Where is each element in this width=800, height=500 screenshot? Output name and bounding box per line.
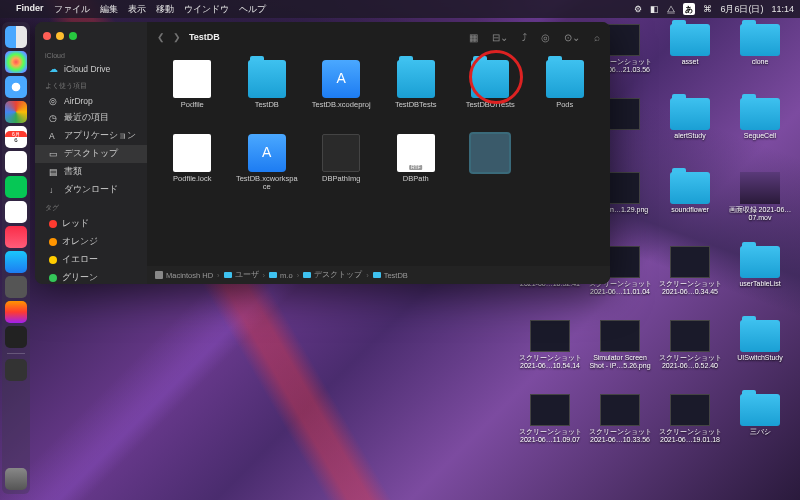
- sidebar-item-desktop[interactable]: ▭デスクトップ: [35, 145, 147, 163]
- action-button[interactable]: ⊙⌄: [564, 32, 580, 43]
- menu-edit[interactable]: 編集: [100, 3, 118, 16]
- sidebar-item-apps[interactable]: Aアプリケーション: [35, 127, 147, 145]
- dock-slack[interactable]: [5, 151, 27, 173]
- file-label: Podfile: [181, 101, 204, 109]
- dock-appstore[interactable]: [5, 251, 27, 273]
- view-icons-button[interactable]: ▦: [469, 32, 478, 43]
- dock-launchpad[interactable]: [5, 51, 27, 73]
- file-label: TestDB.xcworkspace: [236, 175, 298, 192]
- path-segment[interactable]: Macintosh HD: [155, 271, 213, 280]
- file-item[interactable]: Pods: [530, 60, 601, 130]
- desktop-item[interactable]: スクリーンショット 2021-06…0.34.45: [656, 246, 724, 318]
- file-item[interactable]: Podfile: [157, 60, 228, 130]
- desktop-item[interactable]: スクリーンショット 2021-06…0.52.40: [656, 320, 724, 392]
- file-item[interactable]: ATestDB.xcworkspace: [232, 134, 303, 204]
- minimize-button[interactable]: [56, 32, 64, 40]
- close-button[interactable]: [43, 32, 51, 40]
- desktop-item[interactable]: UISwitchStudy: [726, 320, 794, 392]
- folder-icon: [670, 24, 710, 56]
- sidebar-tag-yellow[interactable]: イエロー: [35, 251, 147, 269]
- desktop-item-label: スクリーンショット 2021-06…0.52.40: [657, 354, 723, 369]
- forward-button[interactable]: ❯: [173, 32, 181, 42]
- dock-safari[interactable]: [5, 76, 27, 98]
- menu-view[interactable]: 表示: [128, 3, 146, 16]
- file-label: TestDB.xcodeproj: [312, 101, 371, 109]
- file-item[interactable]: RTFDBPath: [381, 134, 452, 204]
- folder-icon: [224, 272, 232, 278]
- dock-preferences[interactable]: [5, 276, 27, 298]
- dock-chrome[interactable]: [5, 101, 27, 123]
- document-icon: [322, 134, 360, 172]
- sidebar-item-doc[interactable]: ▤書類: [35, 163, 147, 181]
- image-thumb-icon: [670, 394, 710, 426]
- dock-trash[interactable]: [5, 468, 27, 490]
- file-item[interactable]: [455, 134, 526, 204]
- path-segment[interactable]: デスクトップ: [303, 270, 362, 280]
- file-item[interactable]: DBPathImg: [306, 134, 377, 204]
- sidebar-tag-green[interactable]: グリーン: [35, 269, 147, 284]
- sidebar-tag-orange[interactable]: オレンジ: [35, 233, 147, 251]
- file-item[interactable]: TestDB: [232, 60, 303, 130]
- file-item[interactable]: Podfile.lock: [157, 134, 228, 204]
- folder-icon: [740, 394, 780, 426]
- app-menu: Finder ファイル 編集 表示 移動 ウインドウ ヘルプ: [16, 3, 266, 16]
- desktop-item[interactable]: スクリーンショット 2021-06…19.01.18: [656, 394, 724, 466]
- back-button[interactable]: ❮: [157, 32, 165, 42]
- menu-window[interactable]: ウインドウ: [184, 3, 229, 16]
- sidebar-item-label: AirDrop: [64, 96, 93, 106]
- menu-app-name[interactable]: Finder: [16, 3, 44, 16]
- file-item[interactable]: TestDBUITests: [455, 60, 526, 130]
- dock-line[interactable]: [5, 176, 27, 198]
- sidebar-icloud-drive[interactable]: ☁iCloud Drive: [35, 61, 147, 77]
- desktop-item[interactable]: スクリーンショット 2021-06…11.09.07: [516, 394, 584, 466]
- desktop-item[interactable]: スクリーンショット 2021-06…10.33.56: [586, 394, 654, 466]
- path-segment[interactable]: TestDB: [373, 271, 408, 280]
- desktop-item[interactable]: SegueCell: [726, 98, 794, 170]
- dock-photos[interactable]: [5, 201, 27, 223]
- dock-terminal[interactable]: [5, 326, 27, 348]
- desktop-item[interactable]: Simulator Screen Shot - iP…5.26.png: [586, 320, 654, 392]
- desktop-item[interactable]: clone: [726, 24, 794, 96]
- ime-indicator[interactable]: あ: [683, 3, 695, 15]
- sidebar-item-clock[interactable]: ◷最近の項目: [35, 109, 147, 127]
- control-center-icon[interactable]: ⌘: [703, 4, 712, 14]
- search-button[interactable]: ⌕: [594, 32, 600, 43]
- dock-finder[interactable]: [5, 26, 27, 48]
- file-grid[interactable]: PodfileTestDBATestDB.xcodeprojTestDBTest…: [147, 52, 610, 266]
- doc-icon: ▤: [49, 167, 59, 177]
- desktop-item[interactable]: 画面収録 2021-06…07.mov: [726, 172, 794, 244]
- dock-calendar[interactable]: 6月6: [5, 126, 27, 148]
- airdrop-icon: ◎: [49, 96, 59, 106]
- desktop-item[interactable]: userTableList: [726, 246, 794, 318]
- menu-help[interactable]: ヘルプ: [239, 3, 266, 16]
- desktop-item[interactable]: soundflower: [656, 172, 724, 244]
- menu-go[interactable]: 移動: [156, 3, 174, 16]
- view-group-button[interactable]: ⊟⌄: [492, 32, 508, 43]
- wifi-icon[interactable]: ⧋: [667, 4, 675, 15]
- desktop-item-label: スクリーンショット 2021-06…10.54.14: [517, 354, 583, 369]
- file-item[interactable]: TestDBTests: [381, 60, 452, 130]
- desktop-item[interactable]: スクリーンショット 2021-06…10.54.14: [516, 320, 584, 392]
- dock-music[interactable]: [5, 226, 27, 248]
- battery-icon[interactable]: ◧: [650, 4, 659, 14]
- path-bar[interactable]: Macintosh HD›ユーザ›m.o›デスクトップ›TestDB: [147, 266, 610, 284]
- sidebar-tag-red[interactable]: レッド: [35, 215, 147, 233]
- desktop-item[interactable]: asset: [656, 24, 724, 96]
- path-segment[interactable]: m.o: [269, 271, 293, 280]
- file-item[interactable]: ATestDB.xcodeproj: [306, 60, 377, 130]
- tag-label: イエロー: [62, 254, 98, 266]
- tag-button[interactable]: ◎: [541, 32, 550, 43]
- desktop-item[interactable]: alertStudy: [656, 98, 724, 170]
- dock-recent[interactable]: [5, 359, 27, 381]
- sidebar-item-airdrop[interactable]: ◎AirDrop: [35, 93, 147, 109]
- desktop-item[interactable]: 三バシ: [726, 394, 794, 466]
- zoom-button[interactable]: [69, 32, 77, 40]
- path-segment[interactable]: ユーザ: [224, 270, 259, 280]
- sidebar-item-download[interactable]: ↓ダウンロード: [35, 181, 147, 199]
- image-thumb-icon: [600, 394, 640, 426]
- dock-firefox[interactable]: [5, 301, 27, 323]
- avira-icon[interactable]: ⚙: [634, 4, 642, 14]
- share-button[interactable]: ⤴: [522, 32, 527, 43]
- menu-file[interactable]: ファイル: [54, 3, 90, 16]
- menubar-date[interactable]: 6月6日(日): [720, 3, 763, 16]
